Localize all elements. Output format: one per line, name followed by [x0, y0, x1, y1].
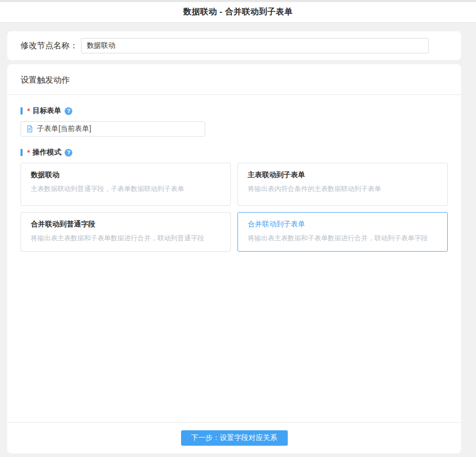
- mode-card-title: 合并联动到子表单: [248, 220, 438, 229]
- mode-card-desc: 将输出表主表数据和子表单数据进行合并，联动到子表单字段: [248, 234, 438, 243]
- page-content: 修改节点名称： 设置触发动作 * 目标表单 ?: [0, 23, 476, 456]
- operation-mode-label-row: * 操作模式 ?: [21, 148, 448, 157]
- mode-card-title: 合并联动到普通字段: [31, 220, 221, 229]
- mode-card-title: 主表联动到子表单: [248, 170, 438, 180]
- target-form-label: 目标表单: [32, 106, 61, 116]
- form-document-icon: [26, 125, 33, 132]
- mode-card-main-to-subform[interactable]: 主表联动到子表单 将输出表内符合条件的主表数据联动到子表单: [237, 163, 448, 206]
- blue-bar-decoration: [21, 107, 23, 115]
- node-name-card: 修改节点名称：: [7, 31, 461, 60]
- trigger-action-card: 设置触发动作 * 目标表单 ? 子表单[当前表单]: [7, 64, 461, 453]
- target-form-select[interactable]: 子表单[当前表单]: [21, 121, 205, 137]
- mode-card-desc: 将输出表内符合条件的主表数据联动到子表单: [248, 185, 438, 194]
- node-name-label: 修改节点名称：: [21, 41, 78, 51]
- blue-bar-decoration: [21, 149, 23, 156]
- help-icon[interactable]: ?: [65, 149, 72, 157]
- operation-mode-label: 操作模式: [32, 148, 61, 157]
- mode-card-data-linkage[interactable]: 数据联动 主表数据联动到普通字段，子表单数据联动到子表单: [21, 163, 231, 206]
- trigger-card-footer: 下一步：设置字段对应关系: [7, 422, 461, 453]
- target-form-label-row: * 目标表单 ?: [21, 106, 448, 116]
- operation-mode-grid: 数据联动 主表数据联动到普通字段，子表单数据联动到子表单 主表联动到子表单 将输…: [21, 163, 448, 252]
- target-form-value: 子表单[当前表单]: [37, 124, 91, 134]
- page-header: 数据联动 - 合并联动到子表单: [0, 2, 476, 23]
- section-title: 设置触发动作: [21, 75, 448, 86]
- mode-card-title: 数据联动: [31, 170, 221, 180]
- trigger-card-header: 设置触发动作: [7, 64, 461, 94]
- help-icon[interactable]: ?: [65, 107, 72, 115]
- mode-card-desc: 主表数据联动到普通字段，子表单数据联动到子表单: [31, 185, 221, 194]
- mode-card-merge-to-subform[interactable]: 合并联动到子表单 将输出表主表数据和子表单数据进行合并，联动到子表单字段: [237, 212, 448, 252]
- node-name-input[interactable]: [81, 38, 429, 53]
- mode-card-desc: 将输出表主表数据和子表单数据进行合并，联动到普通字段: [31, 234, 221, 243]
- page-title: 数据联动 - 合并联动到子表单: [183, 7, 293, 17]
- next-step-button[interactable]: 下一步：设置字段对应关系: [181, 430, 288, 446]
- mode-card-merge-to-normal-field[interactable]: 合并联动到普通字段 将输出表主表数据和子表单数据进行合并，联动到普通字段: [21, 212, 231, 252]
- required-asterisk: *: [27, 148, 30, 157]
- trigger-card-body: * 目标表单 ? 子表单[当前表单] * 操作模式 ?: [7, 95, 461, 422]
- required-asterisk: *: [27, 107, 30, 115]
